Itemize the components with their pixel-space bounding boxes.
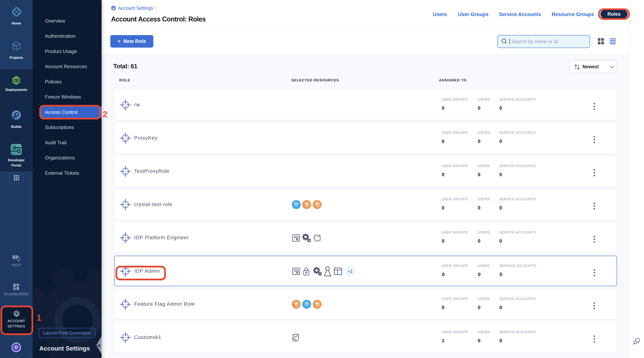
svg-text:?: ? [14, 255, 16, 259]
